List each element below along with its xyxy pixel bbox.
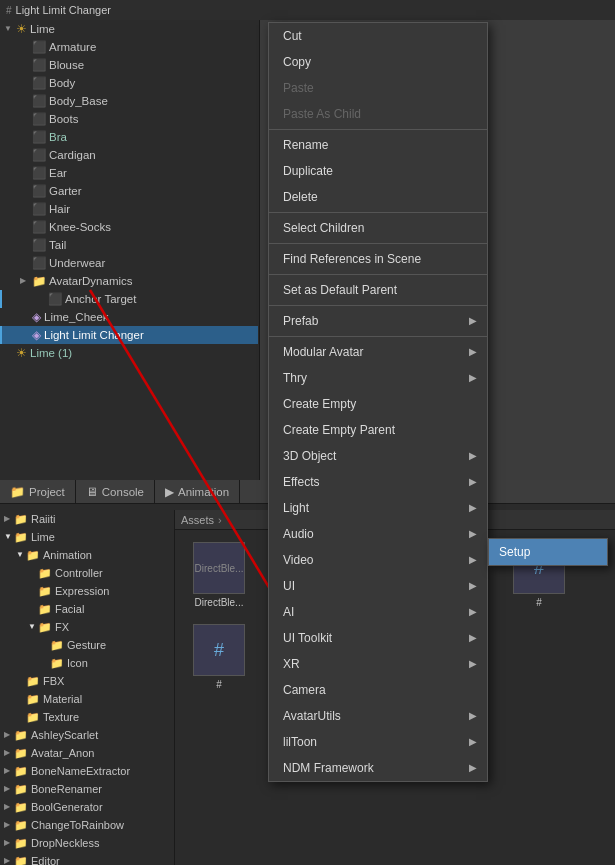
folder-icon: 📁: [26, 673, 40, 689]
menu-item-effects[interactable]: Effects▶: [269, 469, 487, 495]
tree-item[interactable]: 📁 Expression: [0, 582, 174, 600]
menu-item-xr[interactable]: XR▶: [269, 651, 487, 677]
hierarchy-item[interactable]: ⬛ Armature: [0, 38, 258, 56]
hierarchy-item[interactable]: ⬛ Blouse: [0, 56, 258, 74]
tree-item[interactable]: ▶ 📁 AshleyScarlet: [0, 726, 174, 744]
asset-item[interactable]: # #: [187, 624, 251, 690]
tab-animation[interactable]: ▶ Animation: [155, 480, 240, 503]
tree-item[interactable]: 📁 Material: [0, 690, 174, 708]
menu-item-cut[interactable]: Cut: [269, 23, 487, 49]
tree-item[interactable]: 📁 Controller: [0, 564, 174, 582]
hierarchy-item[interactable]: ⬛ Knee-Socks: [0, 218, 258, 236]
hierarchy-item[interactable]: ▼ ☀ Lime: [0, 20, 258, 38]
tab-console[interactable]: 🖥 Console: [76, 480, 155, 503]
menu-item-video[interactable]: Video▶: [269, 547, 487, 573]
tree-item[interactable]: ▶ 📁 Raiiti: [0, 510, 174, 528]
menu-item-set-default-parent[interactable]: Set as Default Parent: [269, 277, 487, 303]
asset-item[interactable]: DirectBle... DirectBle...: [187, 542, 251, 608]
tree-item[interactable]: ▶ 📁 BoneRenamer: [0, 780, 174, 798]
menu-item-select-children[interactable]: Select Children: [269, 215, 487, 241]
tree-item[interactable]: 📁 Icon: [0, 654, 174, 672]
tree-arrow: ▼: [28, 619, 36, 635]
tree-label: Lime: [31, 529, 55, 545]
item-label: Tail: [49, 237, 66, 253]
menu-item-copy[interactable]: Copy: [269, 49, 487, 75]
tree-item[interactable]: 📁 FBX: [0, 672, 174, 690]
tab-project[interactable]: 📁 Project: [0, 480, 76, 503]
hierarchy-item[interactable]: ⬛ Body: [0, 74, 258, 92]
menu-item-ai[interactable]: AI▶: [269, 599, 487, 625]
menu-item-create-empty[interactable]: Create Empty: [269, 391, 487, 417]
tree-item[interactable]: ▶ 📁 ChangeToRainbow: [0, 816, 174, 834]
tree-item[interactable]: ▶ 📁 Editor: [0, 852, 174, 865]
menu-item-light[interactable]: Light▶: [269, 495, 487, 521]
arrow-icon: ▶: [469, 551, 477, 569]
folder-icon: 📁: [14, 853, 28, 865]
menu-item-create-empty-parent[interactable]: Create Empty Parent: [269, 417, 487, 443]
tree-item[interactable]: 📁 Gesture: [0, 636, 174, 654]
item-label: Hair: [49, 201, 70, 217]
tree-item[interactable]: ▶ 📁 DropNeckless: [0, 834, 174, 852]
folder-icon: 📁: [14, 799, 28, 815]
hierarchy-item[interactable]: ⬛ Ear: [0, 164, 258, 182]
arrow-icon: ▶: [469, 603, 477, 621]
tree-arrow: ▶: [4, 745, 12, 761]
menu-item-ui-toolkit[interactable]: UI Toolkit▶: [269, 625, 487, 651]
tree-item[interactable]: ▶ 📁 BoolGenerator: [0, 798, 174, 816]
hierarchy-item[interactable]: ⬛ Boots: [0, 110, 258, 128]
hierarchy-item[interactable]: ⬛ Anchor Target: [0, 290, 258, 308]
menu-item-thry[interactable]: Thry▶: [269, 365, 487, 391]
tree-item[interactable]: ▼ 📁 Animation: [0, 546, 174, 564]
menu-item-camera[interactable]: Camera: [269, 677, 487, 703]
tree-item[interactable]: 📁 Facial: [0, 600, 174, 618]
menu-item-modular-avatar[interactable]: Modular Avatar▶: [269, 339, 487, 365]
hierarchy-item[interactable]: ☀ Lime (1): [0, 344, 258, 362]
hierarchy-item[interactable]: ⬛ Body_Base: [0, 92, 258, 110]
menu-item-audio[interactable]: Audio▶: [269, 521, 487, 547]
menu-item-delete[interactable]: Delete: [269, 184, 487, 210]
menu-item-avatar-utils[interactable]: AvatarUtils▶: [269, 703, 487, 729]
tree-item[interactable]: ▶ 📁 Avatar_Anon: [0, 744, 174, 762]
hierarchy-item[interactable]: ⬛ Underwear: [0, 254, 258, 272]
menu-item-liltoon[interactable]: lilToon▶: [269, 729, 487, 755]
tree-item[interactable]: 📁 Texture: [0, 708, 174, 726]
tree-item[interactable]: ▼ 📁 FX: [0, 618, 174, 636]
tree-item[interactable]: ▶ 📁 BoneNameExtractor: [0, 762, 174, 780]
item-label: Bra: [49, 129, 67, 145]
arrow-icon: ▶: [469, 343, 477, 361]
menu-item-prefab[interactable]: Prefab▶: [269, 308, 487, 334]
asset-name: DirectBle...: [195, 597, 244, 608]
menu-item-light-limit-changer[interactable]: Light Limit Changer▶: [269, 781, 487, 782]
hierarchy-item[interactable]: ⬛ Bra: [0, 128, 258, 146]
arrow-icon: ▶: [469, 499, 477, 517]
item-label: Knee-Socks: [49, 219, 111, 235]
cube-icon: ⬛: [32, 165, 46, 181]
tree-label: Texture: [43, 709, 79, 725]
submenu-item-setup[interactable]: Setup: [489, 539, 607, 565]
tree-label: Icon: [67, 655, 88, 671]
folder-icon: 📁: [32, 273, 46, 289]
tree-arrow: ▶: [4, 763, 12, 779]
asset-thumbnail: #: [193, 624, 245, 676]
menu-item-find-refs[interactable]: Find References in Scene: [269, 246, 487, 272]
tree-arrow: ▶: [4, 817, 12, 833]
menu-item-ndm-framework[interactable]: NDM Framework▶: [269, 755, 487, 781]
tree-item[interactable]: ▼ 📁 Lime: [0, 528, 174, 546]
hierarchy-item[interactable]: ⬛ Hair: [0, 200, 258, 218]
item-label: Anchor Target: [65, 291, 136, 307]
hierarchy-item[interactable]: ⬛ Cardigan: [0, 146, 258, 164]
menu-item-duplicate[interactable]: Duplicate: [269, 158, 487, 184]
hierarchy-item-selected[interactable]: ◈ Light Limit Changer: [0, 326, 258, 344]
hierarchy-item[interactable]: ⬛ Garter: [0, 182, 258, 200]
hierarchy-item[interactable]: ◈ Lime_Cheek: [0, 308, 258, 326]
hierarchy-item[interactable]: ⬛ Tail: [0, 236, 258, 254]
context-menu: Cut Copy Paste Paste As Child Rename Dup…: [268, 22, 488, 782]
breadcrumb-separator: ›: [218, 514, 222, 526]
menu-item-ui[interactable]: UI▶: [269, 573, 487, 599]
tree-arrow: ▶: [4, 727, 12, 743]
menu-item-rename[interactable]: Rename: [269, 132, 487, 158]
tree-label: BoolGenerator: [31, 799, 103, 815]
hierarchy-item[interactable]: ▶ 📁 AvatarDynamics: [0, 272, 258, 290]
menu-item-3d-object[interactable]: 3D Object▶: [269, 443, 487, 469]
item-label: Body_Base: [49, 93, 108, 109]
